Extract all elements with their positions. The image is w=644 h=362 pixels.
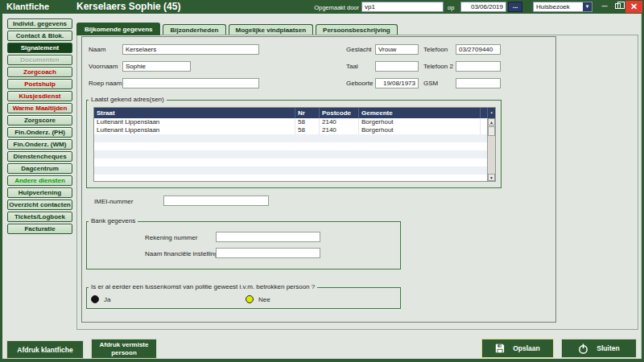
sidebar-item-documenten: Documenten: [7, 55, 72, 65]
restore-icon: [615, 3, 621, 9]
col-header-postcode[interactable]: Postcode: [320, 108, 359, 118]
sidebar-item-facturatie[interactable]: Facturatie: [7, 224, 72, 234]
telefoon2-input[interactable]: [456, 61, 501, 72]
table-row-empty: [94, 134, 495, 142]
print-client-label: Afdruk klantfiche: [17, 346, 72, 354]
print-missing-label: Afdruk vermiste persoon: [92, 341, 156, 356]
cell-nr: 58: [295, 126, 320, 134]
cell-gemeente: Borgerhout: [359, 126, 481, 134]
table-scrollbar[interactable]: ▲ ▼: [487, 118, 495, 181]
bank-group-title: Bank gegevens: [89, 217, 138, 224]
close-button[interactable]: ✕: [625, 1, 642, 13]
print-client-button[interactable]: Afdruk klantfiche: [6, 340, 84, 359]
cell-straat: Luitenant Lippenslaan: [94, 126, 295, 134]
roepnaam-input[interactable]: [122, 78, 259, 88]
naam-input[interactable]: [122, 44, 259, 55]
col-header-gemeente[interactable]: Gemeente: [359, 108, 481, 118]
sidebar-item-hulpverlening[interactable]: Hulpverlening: [7, 187, 72, 198]
radio-nee-label: Nee: [258, 296, 270, 303]
scroll-down-icon[interactable]: ▼: [488, 174, 495, 181]
imei-label: IMEI-nummer: [94, 198, 133, 205]
scrollbar-thumb[interactable]: [488, 126, 495, 136]
sidebar-item-klusjesdienst[interactable]: Klusjesdienst: [7, 91, 72, 101]
tab-bar: Bijkomende gegevens Bijzonderheden Mogel…: [76, 21, 398, 35]
print-missing-person-button[interactable]: Afdruk vermiste persoon: [91, 339, 157, 359]
taal-input[interactable]: [375, 61, 419, 72]
geboorte-label: Geboorte: [346, 80, 373, 87]
taal-label: Taal: [346, 63, 358, 70]
close-form-label: Sluiten: [597, 344, 619, 352]
radio-ja[interactable]: [91, 295, 99, 303]
naam-label: Naam: [89, 46, 105, 53]
restore-button[interactable]: [613, 2, 624, 11]
sidebar-item-zorgcoach[interactable]: Zorgcoach: [7, 67, 72, 77]
imei-input[interactable]: [163, 195, 269, 206]
table-row-empty: [94, 158, 495, 167]
chevron-down-icon[interactable]: ▼: [583, 2, 592, 11]
sidebar: Individ. gegevens Contact & Blok. Signal…: [7, 19, 72, 234]
sidebar-item-tickets-logboek[interactable]: Tickets/Logboek: [7, 212, 72, 222]
sidebar-item-overzicht-contacten[interactable]: Overzicht contacten: [7, 200, 72, 210]
tab-bijzonderheden[interactable]: Bijzonderheden: [163, 24, 225, 35]
roepnaam-label: Roep naam: [89, 80, 122, 87]
geboorte-input[interactable]: [375, 78, 419, 88]
voornaam-input[interactable]: [122, 61, 191, 72]
save-button[interactable]: Opslaan: [481, 339, 554, 358]
cell-nr: 58: [295, 118, 320, 126]
geslacht-label: Geslacht: [346, 46, 372, 53]
gsm-label: GSM: [423, 80, 438, 87]
telefoon-input[interactable]: [456, 44, 501, 55]
visit-type-dropdown[interactable]: Huisbezoek ▼: [533, 2, 592, 12]
instelling-input[interactable]: [216, 248, 320, 258]
created-by-input[interactable]: [361, 2, 444, 12]
police-groupbox: Is er al eerder een tussenkomst van poli…: [86, 287, 401, 309]
floppy-disk-icon: [495, 343, 505, 353]
date-prefix-label: op: [448, 4, 454, 11]
sidebar-item-fin-onderz-ph[interactable]: Fin.Onderz. (PH): [7, 127, 72, 138]
sidebar-item-andere-diensten[interactable]: Andere diensten: [7, 175, 72, 186]
voornaam-label: Voornaam: [89, 63, 118, 70]
geslacht-input[interactable]: [375, 44, 419, 55]
tab-mogelijke-vindplaatsen[interactable]: Mogelijke vindplaatsen: [229, 24, 314, 35]
gsm-input[interactable]: [456, 78, 501, 88]
instelling-label: Naam financiële instelling: [145, 250, 218, 257]
table-row[interactable]: Luitenant Lippenslaan 58 2140 Borgerhout: [94, 126, 495, 134]
tab-bijkomende-gegevens[interactable]: Bijkomende gegevens: [76, 23, 160, 35]
sidebar-item-dienstencheques[interactable]: Dienstencheques: [7, 151, 72, 162]
col-header-straat[interactable]: Straat: [94, 108, 295, 118]
address-table-header: Straat Nr Postcode Gemeente: [94, 108, 495, 118]
sidebar-item-contact-blok[interactable]: Contact & Blok.: [7, 31, 72, 41]
visit-type-value: Huisbezoek: [536, 2, 570, 11]
tab-page-bijkomende-gegevens: Naam Voornaam Roep naam Geslacht Taal Ge…: [76, 35, 638, 330]
tab-persoonsbeschrijving[interactable]: Persoonsbeschrijving: [316, 24, 398, 35]
scroll-up-icon[interactable]: ▲: [488, 118, 495, 125]
sidebar-item-dagcentrum[interactable]: Dagcentrum: [7, 163, 72, 174]
radio-nee[interactable]: [246, 295, 254, 303]
radio-ja-label: Ja: [104, 296, 110, 303]
sidebar-item-warme-maaltijden[interactable]: Warme Maaltijden: [7, 103, 72, 113]
cell-postcode: 2140: [320, 126, 359, 134]
cell-straat: Luitenant Lippenslaan: [94, 118, 295, 126]
client-title: Kerselaers Sophie (45): [76, 1, 180, 12]
app-title: Klantfiche: [6, 2, 49, 11]
sidebar-item-zorgscore[interactable]: Zorgscore: [7, 115, 72, 125]
address-table[interactable]: Straat Nr Postcode Gemeente Luitenant Li…: [93, 107, 496, 182]
minimize-button[interactable]: ─: [599, 2, 610, 11]
date-browse-button[interactable]: ...: [508, 2, 522, 12]
form-panel: Naam Voornaam Roep naam Geslacht Taal Ge…: [81, 36, 556, 323]
sidebar-item-signalement[interactable]: Signalement: [7, 43, 72, 53]
close-form-button[interactable]: Sluiten: [561, 339, 637, 358]
rekening-label: Rekening nummer: [145, 234, 197, 241]
date-input[interactable]: [460, 2, 506, 12]
table-row-selector-icon: ▪: [487, 108, 495, 118]
address-group-title: Laatst gekend adres(sen): [89, 96, 167, 103]
sidebar-item-fin-onderz-wm[interactable]: Fin.Onderz. (WM): [7, 139, 72, 150]
rekening-input[interactable]: [216, 232, 320, 242]
sidebar-item-poetshulp[interactable]: Poetshulp: [7, 79, 72, 89]
table-row-empty: [94, 142, 495, 150]
sidebar-item-individ-gegevens[interactable]: Individ. gegevens: [7, 19, 72, 29]
col-header-nr[interactable]: Nr: [295, 108, 320, 118]
main-surface: Individ. gegevens Contact & Blok. Signal…: [2, 14, 642, 359]
power-icon: [578, 343, 588, 354]
table-row[interactable]: Luitenant Lippenslaan 58 2140 Borgerhout: [94, 118, 495, 126]
